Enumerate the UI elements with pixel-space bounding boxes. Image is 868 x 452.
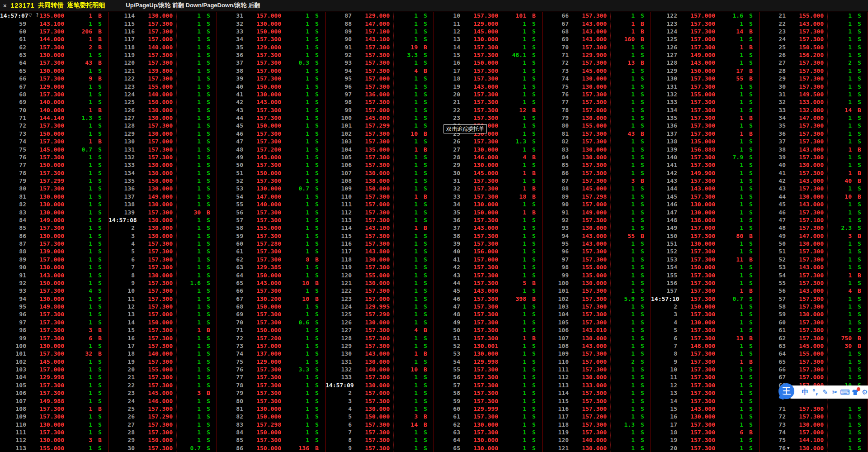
order-row[interactable]: 141157.3001S bbox=[651, 161, 759, 169]
order-row[interactable]: 120140.0001S bbox=[542, 436, 651, 444]
order-row[interactable]: 77157.3001S bbox=[542, 98, 651, 106]
order-row[interactable]: 94130.0001S bbox=[0, 295, 108, 303]
order-row[interactable]: 73145.0001S bbox=[542, 67, 651, 75]
order-row[interactable]: 30157.3000.7S bbox=[108, 444, 217, 452]
order-row[interactable]: 98157.3003B bbox=[0, 326, 108, 334]
order-row[interactable]: 75130.0001S bbox=[542, 82, 651, 90]
order-row[interactable]: 100145.0001S bbox=[326, 114, 434, 122]
order-row[interactable]: 129130.0001S bbox=[108, 130, 217, 138]
order-row[interactable]: 53130.0000.7S bbox=[217, 185, 325, 192]
order-row[interactable]: 6157.3001S bbox=[108, 256, 217, 263]
order-row[interactable]: 116157.3001S bbox=[542, 405, 651, 413]
order-row[interactable]: 64155.0001S bbox=[760, 350, 868, 357]
order-row[interactable]: 135150.0001S bbox=[108, 177, 217, 185]
order-row[interactable]: 145157.3001S bbox=[651, 193, 759, 200]
order-row[interactable]: 28146.0004B bbox=[434, 153, 542, 161]
order-row[interactable]: 3157.3001S bbox=[651, 310, 759, 318]
order-row[interactable]: 33132.00014B bbox=[760, 106, 868, 114]
order-row[interactable]: 55157.3001S bbox=[760, 279, 868, 287]
order-row[interactable]: 47157.3001S bbox=[217, 138, 325, 145]
order-row[interactable]: 30145.0001B bbox=[434, 169, 542, 177]
order-row[interactable]: 22143.0001S bbox=[760, 19, 868, 27]
order-row[interactable]: 35157.3001S bbox=[760, 122, 868, 129]
order-row[interactable]: 70157.3001S bbox=[542, 43, 651, 51]
order-row[interactable]: 92150.0001S bbox=[0, 279, 108, 287]
order-row[interactable]: 45150.0001S bbox=[217, 122, 325, 129]
order-row[interactable]: 87157.3003B bbox=[542, 177, 651, 185]
order-row[interactable]: 79157.3001S bbox=[217, 389, 325, 397]
order-row[interactable]: 57157.3001S bbox=[760, 295, 868, 303]
order-row[interactable]: 146130.0001S bbox=[651, 200, 759, 208]
order-row[interactable]: 54129.9981S bbox=[434, 358, 542, 366]
order-row[interactable]: 60129.9991S bbox=[434, 405, 542, 413]
order-row[interactable]: 126157.3001B bbox=[651, 43, 759, 51]
order-row[interactable]: 35150.0001B bbox=[434, 208, 542, 216]
order-row[interactable]: 117143.8001S bbox=[326, 247, 434, 255]
order-row[interactable]: 39157.3001S bbox=[217, 75, 325, 82]
order-row[interactable]: 48157.2001S bbox=[217, 145, 325, 153]
order-row[interactable]: 96157.3001S bbox=[0, 310, 108, 318]
order-row[interactable]: 152157.3001S bbox=[651, 247, 759, 255]
order-row[interactable]: 38157.0001S bbox=[217, 67, 325, 75]
order-row[interactable]: 80157.3001S bbox=[217, 397, 325, 404]
order-row[interactable]: 115157.3001S bbox=[542, 397, 651, 404]
order-row[interactable]: 7157.3001S bbox=[108, 263, 217, 271]
order-row[interactable]: 87129.0001S bbox=[326, 12, 434, 19]
order-row[interactable]: 135157.3001B bbox=[651, 114, 759, 122]
order-row[interactable]: 101157.2991S bbox=[326, 122, 434, 129]
order-row[interactable]: 99157.0001S bbox=[326, 106, 434, 114]
order-row[interactable]: 46157.300398B bbox=[434, 295, 542, 303]
order-row[interactable]: 82130.0001S bbox=[0, 200, 108, 208]
order-row[interactable]: 131157.3001S bbox=[108, 145, 217, 153]
order-row[interactable]: 139156.8881S bbox=[651, 145, 759, 153]
order-row[interactable]: 55140.0001S bbox=[217, 200, 325, 208]
order-row[interactable]: 49147.0003B bbox=[760, 232, 868, 240]
order-row[interactable]: 31157.3001S bbox=[434, 177, 542, 185]
order-row[interactable]: 133157.3001S bbox=[326, 373, 434, 381]
order-row[interactable]: 17157.3001S bbox=[108, 342, 217, 350]
order-row[interactable]: 133157.3001S bbox=[651, 98, 759, 106]
order-row[interactable]: 113157.3001S bbox=[326, 216, 434, 224]
order-row[interactable]: 67143.0001B bbox=[542, 19, 651, 27]
order-row[interactable]: 59143.1001S bbox=[0, 19, 108, 27]
order-row[interactable]: 107130.0001S bbox=[326, 169, 434, 177]
order-row[interactable]: 133130.0001S bbox=[108, 161, 217, 169]
order-row[interactable]: 93130.0001S bbox=[542, 224, 651, 232]
order-row[interactable]: 101157.3001S bbox=[542, 287, 651, 295]
order-row[interactable]: 157157.3001B bbox=[651, 287, 759, 295]
order-row[interactable]: 18140.0001S bbox=[108, 350, 217, 357]
order-row[interactable]: 126130.0001S bbox=[326, 319, 434, 326]
order-row[interactable]: 43157.3001S bbox=[434, 271, 542, 279]
order-row[interactable]: 76130.0001S▼ bbox=[760, 444, 868, 452]
order-row[interactable]: 79157.2991S bbox=[0, 177, 108, 185]
order-row[interactable]: 106157.3001S bbox=[0, 389, 108, 397]
order-row[interactable]: 70140.0001B bbox=[0, 106, 108, 114]
order-row[interactable]: 105157.3001S bbox=[542, 319, 651, 326]
ime-logo-icon[interactable]: 王 bbox=[778, 383, 794, 399]
order-row[interactable]: 14:57:10157.3000.7S bbox=[651, 295, 759, 303]
order-row[interactable]: 14:57:07135.0001B▽ ? bbox=[0, 12, 108, 19]
order-row[interactable]: 65130.0001S bbox=[434, 444, 542, 452]
order-row[interactable]: 81130.0001S bbox=[0, 193, 108, 200]
order-row[interactable]: 80157.3001S bbox=[0, 185, 108, 192]
order-row[interactable]: 119157.3001S bbox=[542, 428, 651, 436]
order-row[interactable]: 91149.0001S bbox=[542, 208, 651, 216]
order-row[interactable]: 39157.3001S bbox=[760, 153, 868, 161]
order-row[interactable]: 138130.0001S bbox=[108, 200, 217, 208]
order-row[interactable]: 90143.1001S bbox=[326, 35, 434, 43]
order-row[interactable]: 104157.3001S bbox=[542, 310, 651, 318]
order-row[interactable]: 39157.3001S bbox=[434, 240, 542, 247]
order-row[interactable]: 95149.8001S bbox=[0, 303, 108, 310]
order-row[interactable]: 129157.3001S bbox=[326, 342, 434, 350]
order-row[interactable]: 81130.0001S bbox=[217, 405, 325, 413]
order-row[interactable]: 6157.30013B bbox=[651, 334, 759, 342]
order-row[interactable]: 22157.3001S bbox=[108, 381, 217, 389]
order-row[interactable]: 156157.3001S bbox=[651, 279, 759, 287]
order-row[interactable]: 114143.1001B bbox=[326, 224, 434, 232]
order-row[interactable]: 98157.3001S bbox=[326, 98, 434, 106]
order-row[interactable]: 17157.3001S bbox=[651, 421, 759, 428]
order-row[interactable]: 13157.3001S bbox=[651, 389, 759, 397]
order-row[interactable]: 112157.3001S bbox=[326, 208, 434, 216]
order-row[interactable]: 94157.3004B bbox=[326, 67, 434, 75]
order-row[interactable]: 111157.3001S bbox=[0, 428, 108, 436]
